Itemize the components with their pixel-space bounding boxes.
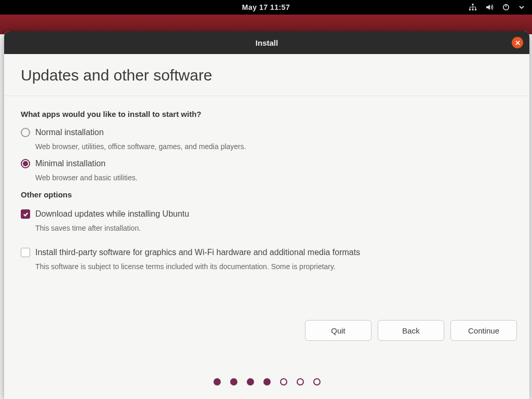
- system-topbar: May 17 11:57: [0, 0, 532, 15]
- progress-dot: [313, 378, 321, 385]
- checkbox-third-party-desc: This software is subject to license term…: [4, 259, 529, 275]
- radio-label: Normal installation: [35, 127, 104, 138]
- progress-dot: [214, 378, 221, 385]
- svg-rect-3: [475, 9, 476, 10]
- page-heading: Updates and other software: [4, 54, 529, 96]
- svg-rect-2: [472, 9, 474, 10]
- svg-rect-0: [472, 4, 474, 5]
- svg-rect-8: [475, 7, 476, 9]
- progress-dot: [280, 378, 287, 385]
- network-icon[interactable]: [469, 3, 477, 11]
- checkbox-icon: [21, 248, 30, 257]
- back-button[interactable]: Back: [378, 320, 444, 341]
- system-indicator-area[interactable]: [469, 0, 525, 15]
- svg-rect-4: [473, 5, 473, 7]
- checkbox-download-updates[interactable]: Download updates while installing Ubuntu: [4, 205, 529, 221]
- progress-dot: [263, 378, 271, 385]
- close-icon: [515, 40, 521, 46]
- volume-icon[interactable]: [485, 3, 494, 11]
- checkbox-download-updates-desc: This saves time after installation.: [4, 221, 529, 236]
- progress-dot: [247, 378, 254, 385]
- window-titlebar: Install: [4, 31, 529, 54]
- window-title: Install: [256, 38, 278, 47]
- checkbox-label: Download updates while installing Ubuntu: [35, 208, 189, 220]
- close-button[interactable]: [512, 37, 523, 48]
- svg-rect-5: [470, 7, 476, 7]
- radio-minimal-installation[interactable]: Minimal installation: [4, 155, 529, 170]
- quit-button[interactable]: Quit: [305, 320, 371, 341]
- radio-icon: [21, 128, 30, 137]
- svg-rect-7: [473, 7, 473, 9]
- other-options-heading: Other options: [4, 186, 529, 205]
- radio-label: Minimal installation: [35, 158, 105, 169]
- checkbox-icon: [21, 209, 30, 219]
- chevron-down-icon[interactable]: [518, 4, 525, 10]
- radio-minimal-desc: Web browser and basic utilities.: [4, 170, 529, 186]
- continue-button[interactable]: Continue: [450, 320, 517, 341]
- wizard-progress-dots: [4, 378, 529, 385]
- checkbox-third-party[interactable]: Install third-party software for graphic…: [4, 244, 529, 259]
- progress-dot: [230, 378, 237, 385]
- power-icon[interactable]: [502, 3, 510, 11]
- checkbox-label: Install third-party software for graphic…: [35, 247, 360, 258]
- svg-rect-1: [469, 9, 471, 10]
- install-type-question: What apps would you like to install to s…: [4, 96, 529, 124]
- radio-normal-installation[interactable]: Normal installation: [4, 124, 529, 139]
- installer-window: Install Updates and other software What …: [4, 31, 529, 399]
- svg-rect-10: [506, 4, 507, 7]
- installer-content: Updates and other software What apps wou…: [4, 54, 529, 399]
- svg-rect-6: [470, 7, 470, 9]
- radio-normal-desc: Web browser, utilities, office software,…: [4, 139, 529, 155]
- progress-dot: [297, 378, 304, 385]
- radio-icon: [21, 159, 30, 168]
- wizard-footer: Quit Back Continue: [305, 320, 517, 341]
- topbar-datetime: May 17 11:57: [242, 3, 290, 11]
